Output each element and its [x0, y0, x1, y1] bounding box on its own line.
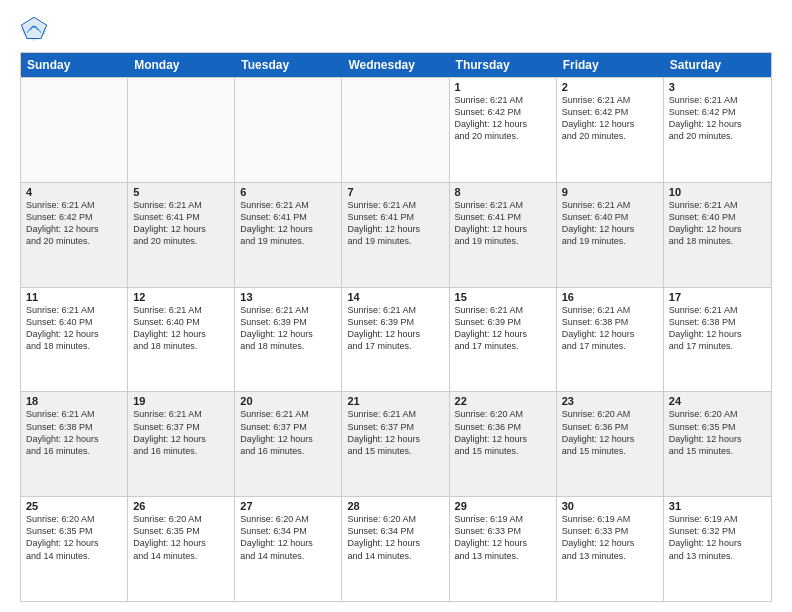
cal-cell-13: 13Sunrise: 6:21 AM Sunset: 6:39 PM Dayli… [235, 288, 342, 392]
day-number: 30 [562, 500, 658, 512]
weekday-header-wednesday: Wednesday [342, 53, 449, 77]
day-number: 11 [26, 291, 122, 303]
cal-cell-10: 10Sunrise: 6:21 AM Sunset: 6:40 PM Dayli… [664, 183, 771, 287]
cal-cell-24: 24Sunrise: 6:20 AM Sunset: 6:35 PM Dayli… [664, 392, 771, 496]
day-info: Sunrise: 6:20 AM Sunset: 6:36 PM Dayligh… [562, 408, 658, 457]
day-info: Sunrise: 6:20 AM Sunset: 6:35 PM Dayligh… [669, 408, 766, 457]
day-info: Sunrise: 6:21 AM Sunset: 6:37 PM Dayligh… [240, 408, 336, 457]
day-number: 17 [669, 291, 766, 303]
day-info: Sunrise: 6:21 AM Sunset: 6:42 PM Dayligh… [26, 199, 122, 248]
cal-cell-9: 9Sunrise: 6:21 AM Sunset: 6:40 PM Daylig… [557, 183, 664, 287]
day-number: 2 [562, 81, 658, 93]
cal-cell-8: 8Sunrise: 6:21 AM Sunset: 6:41 PM Daylig… [450, 183, 557, 287]
day-info: Sunrise: 6:21 AM Sunset: 6:41 PM Dayligh… [133, 199, 229, 248]
day-number: 26 [133, 500, 229, 512]
day-number: 3 [669, 81, 766, 93]
day-number: 16 [562, 291, 658, 303]
cal-cell-16: 16Sunrise: 6:21 AM Sunset: 6:38 PM Dayli… [557, 288, 664, 392]
cal-cell-11: 11Sunrise: 6:21 AM Sunset: 6:40 PM Dayli… [21, 288, 128, 392]
cal-cell-22: 22Sunrise: 6:20 AM Sunset: 6:36 PM Dayli… [450, 392, 557, 496]
cal-cell-20: 20Sunrise: 6:21 AM Sunset: 6:37 PM Dayli… [235, 392, 342, 496]
day-number: 8 [455, 186, 551, 198]
cal-cell-21: 21Sunrise: 6:21 AM Sunset: 6:37 PM Dayli… [342, 392, 449, 496]
day-info: Sunrise: 6:21 AM Sunset: 6:42 PM Dayligh… [455, 94, 551, 143]
day-number: 7 [347, 186, 443, 198]
day-info: Sunrise: 6:21 AM Sunset: 6:38 PM Dayligh… [669, 304, 766, 353]
cal-cell-26: 26Sunrise: 6:20 AM Sunset: 6:35 PM Dayli… [128, 497, 235, 601]
weekday-header-sunday: Sunday [21, 53, 128, 77]
day-info: Sunrise: 6:21 AM Sunset: 6:37 PM Dayligh… [347, 408, 443, 457]
weekday-header-monday: Monday [128, 53, 235, 77]
day-number: 12 [133, 291, 229, 303]
day-info: Sunrise: 6:21 AM Sunset: 6:40 PM Dayligh… [133, 304, 229, 353]
logo-icon [20, 16, 48, 44]
day-number: 18 [26, 395, 122, 407]
cal-cell-15: 15Sunrise: 6:21 AM Sunset: 6:39 PM Dayli… [450, 288, 557, 392]
day-info: Sunrise: 6:20 AM Sunset: 6:34 PM Dayligh… [240, 513, 336, 562]
cal-cell-3: 3Sunrise: 6:21 AM Sunset: 6:42 PM Daylig… [664, 78, 771, 182]
page: SundayMondayTuesdayWednesdayThursdayFrid… [0, 0, 792, 612]
calendar-row-4: 25Sunrise: 6:20 AM Sunset: 6:35 PM Dayli… [21, 496, 771, 601]
cal-cell-31: 31Sunrise: 6:19 AM Sunset: 6:32 PM Dayli… [664, 497, 771, 601]
day-info: Sunrise: 6:19 AM Sunset: 6:33 PM Dayligh… [562, 513, 658, 562]
day-number: 4 [26, 186, 122, 198]
day-number: 15 [455, 291, 551, 303]
day-number: 28 [347, 500, 443, 512]
cal-cell-1: 1Sunrise: 6:21 AM Sunset: 6:42 PM Daylig… [450, 78, 557, 182]
day-number: 14 [347, 291, 443, 303]
day-number: 5 [133, 186, 229, 198]
day-number: 19 [133, 395, 229, 407]
cal-cell-29: 29Sunrise: 6:19 AM Sunset: 6:33 PM Dayli… [450, 497, 557, 601]
day-info: Sunrise: 6:21 AM Sunset: 6:42 PM Dayligh… [669, 94, 766, 143]
calendar-row-2: 11Sunrise: 6:21 AM Sunset: 6:40 PM Dayli… [21, 287, 771, 392]
day-info: Sunrise: 6:21 AM Sunset: 6:38 PM Dayligh… [562, 304, 658, 353]
day-info: Sunrise: 6:21 AM Sunset: 6:39 PM Dayligh… [455, 304, 551, 353]
day-info: Sunrise: 6:21 AM Sunset: 6:40 PM Dayligh… [26, 304, 122, 353]
cal-cell-7: 7Sunrise: 6:21 AM Sunset: 6:41 PM Daylig… [342, 183, 449, 287]
day-info: Sunrise: 6:21 AM Sunset: 6:41 PM Dayligh… [455, 199, 551, 248]
day-number: 25 [26, 500, 122, 512]
day-info: Sunrise: 6:19 AM Sunset: 6:33 PM Dayligh… [455, 513, 551, 562]
day-info: Sunrise: 6:20 AM Sunset: 6:34 PM Dayligh… [347, 513, 443, 562]
cal-cell-25: 25Sunrise: 6:20 AM Sunset: 6:35 PM Dayli… [21, 497, 128, 601]
calendar-row-0: 1Sunrise: 6:21 AM Sunset: 6:42 PM Daylig… [21, 77, 771, 182]
cal-cell-empty [21, 78, 128, 182]
cal-cell-18: 18Sunrise: 6:21 AM Sunset: 6:38 PM Dayli… [21, 392, 128, 496]
cal-cell-12: 12Sunrise: 6:21 AM Sunset: 6:40 PM Dayli… [128, 288, 235, 392]
day-info: Sunrise: 6:20 AM Sunset: 6:35 PM Dayligh… [26, 513, 122, 562]
calendar-header: SundayMondayTuesdayWednesdayThursdayFrid… [21, 53, 771, 77]
day-number: 31 [669, 500, 766, 512]
calendar-body: 1Sunrise: 6:21 AM Sunset: 6:42 PM Daylig… [21, 77, 771, 601]
cal-cell-6: 6Sunrise: 6:21 AM Sunset: 6:41 PM Daylig… [235, 183, 342, 287]
day-number: 6 [240, 186, 336, 198]
day-number: 23 [562, 395, 658, 407]
cal-cell-empty [128, 78, 235, 182]
weekday-header-thursday: Thursday [450, 53, 557, 77]
day-number: 20 [240, 395, 336, 407]
cal-cell-28: 28Sunrise: 6:20 AM Sunset: 6:34 PM Dayli… [342, 497, 449, 601]
cal-cell-17: 17Sunrise: 6:21 AM Sunset: 6:38 PM Dayli… [664, 288, 771, 392]
cal-cell-empty [342, 78, 449, 182]
day-number: 1 [455, 81, 551, 93]
day-info: Sunrise: 6:21 AM Sunset: 6:42 PM Dayligh… [562, 94, 658, 143]
day-number: 9 [562, 186, 658, 198]
cal-cell-5: 5Sunrise: 6:21 AM Sunset: 6:41 PM Daylig… [128, 183, 235, 287]
day-number: 10 [669, 186, 766, 198]
day-info: Sunrise: 6:19 AM Sunset: 6:32 PM Dayligh… [669, 513, 766, 562]
day-info: Sunrise: 6:21 AM Sunset: 6:40 PM Dayligh… [669, 199, 766, 248]
cal-cell-23: 23Sunrise: 6:20 AM Sunset: 6:36 PM Dayli… [557, 392, 664, 496]
logo [20, 16, 52, 44]
day-number: 13 [240, 291, 336, 303]
day-info: Sunrise: 6:20 AM Sunset: 6:36 PM Dayligh… [455, 408, 551, 457]
day-number: 27 [240, 500, 336, 512]
weekday-header-friday: Friday [557, 53, 664, 77]
day-info: Sunrise: 6:21 AM Sunset: 6:40 PM Dayligh… [562, 199, 658, 248]
weekday-header-tuesday: Tuesday [235, 53, 342, 77]
day-info: Sunrise: 6:21 AM Sunset: 6:38 PM Dayligh… [26, 408, 122, 457]
cal-cell-4: 4Sunrise: 6:21 AM Sunset: 6:42 PM Daylig… [21, 183, 128, 287]
cal-cell-27: 27Sunrise: 6:20 AM Sunset: 6:34 PM Dayli… [235, 497, 342, 601]
day-info: Sunrise: 6:21 AM Sunset: 6:41 PM Dayligh… [240, 199, 336, 248]
header [20, 16, 772, 44]
day-number: 21 [347, 395, 443, 407]
calendar-row-1: 4Sunrise: 6:21 AM Sunset: 6:42 PM Daylig… [21, 182, 771, 287]
